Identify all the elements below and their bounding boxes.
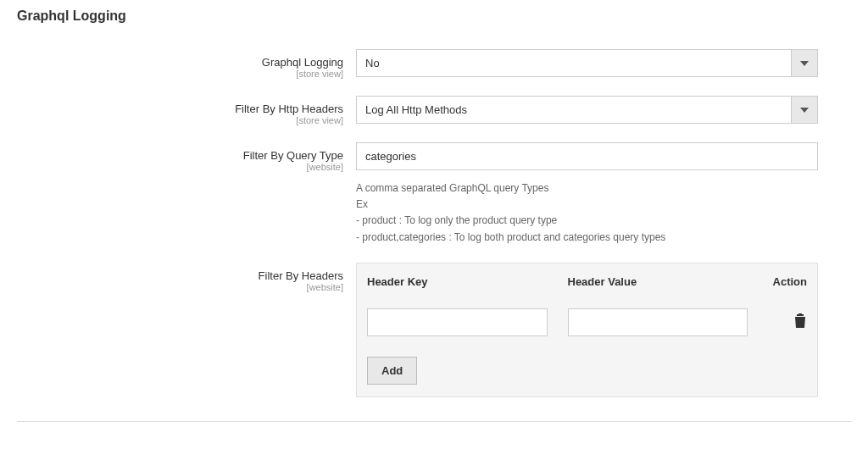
field-filter-http-headers: Filter By Http Headers [store view] Log …	[17, 96, 851, 125]
field-filter-by-headers: Filter By Headers [website] Header Key H…	[17, 263, 851, 397]
table-row	[357, 300, 817, 345]
chevron-down-icon[interactable]	[791, 96, 818, 124]
svg-rect-1	[798, 313, 802, 315]
filter-by-headers-label: Filter By Headers	[259, 269, 343, 282]
filter-query-type-input[interactable]	[356, 142, 818, 170]
filter-http-headers-select[interactable]: Log All Http Methods	[356, 96, 818, 124]
header-value-input[interactable]	[568, 308, 748, 336]
filter-http-headers-value: Log All Http Methods	[356, 96, 791, 124]
trash-icon[interactable]	[793, 313, 807, 331]
help-line: A comma separated GraphQL query Types	[356, 180, 818, 197]
filter-by-headers-scope: [website]	[17, 282, 343, 292]
graphql-logging-label: Graphql Logging	[262, 56, 343, 69]
col-header-value: Header Value	[558, 263, 759, 300]
add-button[interactable]: Add	[367, 357, 417, 385]
field-graphql-logging: Graphql Logging [store view] No	[17, 49, 851, 79]
col-action: Action	[758, 263, 817, 300]
headers-table: Header Key Header Value Action	[356, 263, 818, 397]
divider	[17, 421, 851, 422]
filter-http-headers-label: Filter By Http Headers	[235, 103, 343, 115]
help-line: Ex	[356, 197, 818, 213]
chevron-down-icon[interactable]	[791, 49, 818, 77]
add-row: Add	[357, 345, 817, 396]
filter-http-headers-scope: [store view]	[17, 115, 343, 125]
col-header-key: Header Key	[357, 263, 558, 300]
field-filter-query-type: Filter By Query Type [website] A comma s…	[17, 142, 851, 246]
filter-query-type-help: A comma separated GraphQL query Types Ex…	[356, 180, 818, 246]
section-title: Graphql Logging	[17, 8, 851, 24]
header-key-input[interactable]	[367, 308, 548, 336]
graphql-logging-value: No	[356, 49, 791, 77]
help-line: - product : To log only the product quer…	[356, 213, 818, 229]
filter-query-type-label: Filter By Query Type	[243, 149, 343, 162]
graphql-logging-select[interactable]: No	[356, 49, 818, 77]
help-line: - product,categories : To log both produ…	[356, 230, 818, 246]
filter-query-type-scope: [website]	[17, 162, 343, 172]
graphql-logging-scope: [store view]	[17, 69, 343, 79]
